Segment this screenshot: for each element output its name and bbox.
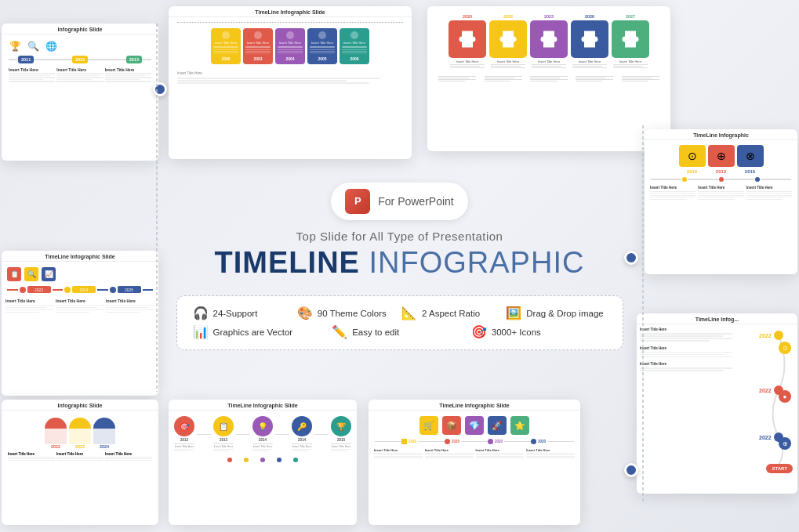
features-box: 🎧 24-Support 🎨 90 Theme Colors 📐 2 Aspec…	[176, 295, 623, 350]
powerpoint-badge: P For PowerPoint	[331, 183, 467, 220]
slide-top-center-title: TimeLine Infographic Slide	[169, 6, 412, 17]
slide-bottom-center-left: TimeLine Infographic Slide 🎯 2012 Insert…	[169, 400, 357, 525]
feature-dragdrop: 🖼️ Drag & Drop image	[506, 307, 606, 320]
vector-icon: 📊	[193, 326, 209, 338]
colors-icon: 🎨	[297, 307, 313, 320]
edit-icon: ✏️	[332, 326, 347, 338]
svg-text:2022: 2022	[759, 388, 772, 393]
slide-bottom-center-left-title: TimeLine Infographic Slide	[169, 400, 357, 411]
icons-icon: 🎯	[471, 326, 487, 338]
powerpoint-label: For PowerPoint	[378, 195, 453, 208]
slide-bottom-center-right: TimeLine Infographic Slide 🛒 📦 💎 🚀 ⭐ 202…	[369, 400, 580, 525]
feature-dragdrop-label: Drag & Drop image	[526, 309, 603, 318]
slide-right-top-title: TimeLine Infographic	[645, 129, 797, 140]
slide-bottom-left: Infographic Slide 2022 2023 2024 Inse	[2, 400, 158, 525]
ppt-icon: P	[345, 189, 370, 214]
slide-right-top: TimeLine Infographic ⊙ ⊕ ⊗ 2010 2013 201…	[645, 129, 797, 274]
support-icon: 🎧	[193, 307, 209, 320]
feature-colors: 🎨 90 Theme Colors	[297, 307, 398, 320]
features-row2: 📊 Graphics are Vector ✏️ Easy to edit 🎯 …	[193, 326, 607, 338]
feature-support-label: 24-Support	[213, 309, 258, 318]
slide-bottom-left-title: Infographic Slide	[2, 400, 158, 411]
edge-dot-right-bottom	[624, 463, 638, 477]
feature-colors-label: 90 Theme Colors	[318, 309, 387, 318]
dragdrop-icon: 🖼️	[506, 307, 521, 320]
slide-left-top: Infographic Slide 🏆 🔍 🌐 2011 2012 2013 I…	[2, 24, 158, 161]
feature-edit-label: Easy to edit	[352, 328, 399, 337]
features-row1: 🎧 24-Support 🎨 90 Theme Colors 📐 2 Aspec…	[193, 307, 607, 320]
main-title: TIMELINE INFOGRAPHIC	[176, 246, 623, 280]
svg-point-0	[774, 331, 783, 340]
title-light-part: INFOGRAPHIC	[360, 246, 584, 279]
feature-support: 🎧 24-Support	[193, 307, 293, 320]
feature-icons-label: 3000+ Icons	[492, 328, 541, 337]
slide-right-bottom-title: TimeLine Infog...	[637, 313, 797, 324]
slide-bottom-center-right-title: TimeLine Infographic Slide	[369, 400, 580, 411]
feature-vector-label: Graphics are Vector	[213, 328, 293, 337]
center-content: P For PowerPoint Top Slide for All Type …	[176, 183, 623, 350]
slide-right-bottom: TimeLine Infog... Insert Title Here Inse…	[637, 313, 797, 494]
svg-text:2022: 2022	[759, 435, 772, 440]
feature-vector: 📊 Graphics are Vector	[193, 326, 329, 338]
svg-text:2022: 2022	[759, 333, 772, 338]
slide-top-right: 2020 Insert Title Here 2022 Insert Title…	[427, 6, 670, 151]
slide-top-center: TimeLine Infographic Slide Insert Title …	[169, 6, 412, 159]
edge-dot-left-top	[153, 82, 167, 96]
subtitle: Top Slide for All Type of Presentation	[176, 230, 623, 243]
title-bold-part: TIMELINE	[215, 246, 360, 279]
slide-left-bottom-title: TimeLine Infographic Slide	[2, 251, 158, 262]
aspect-icon: 📐	[401, 307, 417, 320]
edge-dot-right-mid	[624, 251, 638, 265]
slide-left-top-title: Infographic Slide	[2, 24, 158, 34]
slide-left-bottom: TimeLine Infographic Slide 📋 🔍 📈 2022 20…	[2, 251, 158, 396]
feature-aspect: 📐 2 Aspect Ratio	[401, 307, 502, 320]
feature-aspect-label: 2 Aspect Ratio	[422, 309, 480, 318]
feature-edit: ✏️ Easy to edit	[332, 326, 467, 338]
feature-icons: 🎯 3000+ Icons	[471, 326, 607, 338]
